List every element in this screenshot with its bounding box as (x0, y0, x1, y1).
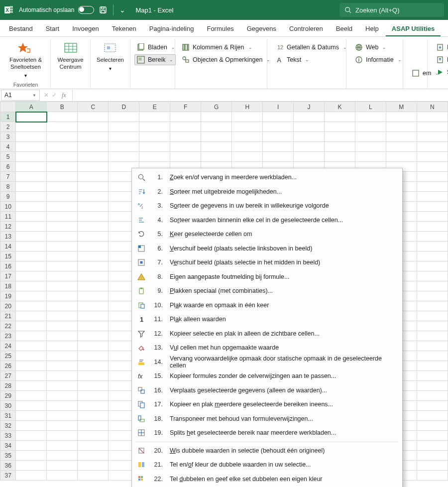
cell-C29[interactable] (78, 391, 109, 401)
fx-icon[interactable]: fx (60, 92, 68, 99)
cell-B33[interactable] (47, 431, 78, 441)
quick-access-dropdown[interactable]: ⌄ (119, 6, 125, 14)
cell-C9[interactable] (78, 192, 109, 202)
row-header-3[interactable]: 3 (0, 132, 16, 142)
cell-A29[interactable] (16, 391, 47, 401)
row-header-32[interactable]: 32 (0, 421, 16, 431)
accept-formula-icon[interactable]: ✓ (52, 92, 57, 99)
ribbon-item-st[interactable]: St (434, 67, 448, 78)
cell-C27[interactable] (78, 371, 109, 381)
col-header-L[interactable]: L (355, 102, 386, 112)
cell-A6[interactable] (16, 162, 47, 172)
cell-D5[interactable] (109, 152, 139, 162)
row-header-33[interactable]: 33 (0, 431, 16, 441)
cell-A10[interactable] (16, 202, 47, 212)
cell-B11[interactable] (47, 212, 78, 222)
cell-N28[interactable] (417, 381, 448, 391)
row-header-13[interactable]: 13 (0, 232, 16, 242)
cell-N9[interactable] (417, 192, 448, 202)
cell-N1[interactable] (417, 112, 448, 122)
cell-A8[interactable] (16, 182, 47, 192)
tab-start[interactable]: Start (40, 22, 65, 36)
cell-N37[interactable] (417, 471, 448, 481)
cell-C13[interactable] (78, 232, 109, 242)
cell-B4[interactable] (47, 142, 78, 152)
cell-A11[interactable] (16, 212, 47, 222)
menu-item-22[interactable]: 22.Tel dubbelen en geef elke set dubbele… (132, 472, 402, 487)
cell-A1[interactable] (16, 112, 47, 122)
cell-C8[interactable] (78, 182, 109, 192)
menu-item-17[interactable]: 17.Kopieer en plak meerdere geselecteerd… (132, 397, 402, 412)
row-header-12[interactable]: 12 (0, 222, 16, 232)
cell-C23[interactable] (78, 331, 109, 341)
col-header-G[interactable]: G (201, 102, 232, 112)
cell-C31[interactable] (78, 411, 109, 421)
cell-F2[interactable] (170, 122, 201, 132)
row-header-4[interactable]: 4 (0, 142, 16, 152)
cell-C33[interactable] (78, 431, 109, 441)
cell-B29[interactable] (47, 391, 78, 401)
cell-C25[interactable] (78, 351, 109, 361)
cell-B20[interactable] (47, 301, 78, 311)
menu-item-5[interactable]: 5.Keer geselecteerde cellen om (132, 227, 402, 242)
cell-N21[interactable] (417, 311, 448, 321)
cell-B9[interactable] (47, 192, 78, 202)
cell-C22[interactable] (78, 321, 109, 331)
cell-A22[interactable] (16, 321, 47, 331)
menu-item-8[interactable]: !8.Eigen aangepaste foutmelding bij form… (132, 270, 402, 284)
cell-K2[interactable] (324, 122, 355, 132)
cell-C16[interactable] (78, 261, 109, 271)
cell-B6[interactable] (47, 162, 78, 172)
tab-asap-utilities[interactable]: ASAP Utilities (386, 22, 441, 36)
cell-N6[interactable] (417, 162, 448, 172)
cell-C2[interactable] (78, 122, 109, 132)
cell-A33[interactable] (16, 431, 47, 441)
cell-M4[interactable] (386, 142, 417, 152)
cell-N2[interactable] (417, 122, 448, 132)
cell-N30[interactable] (417, 401, 448, 411)
cell-H5[interactable] (232, 152, 263, 162)
cancel-formula-icon[interactable]: ✕ (44, 92, 49, 99)
cell-A19[interactable] (16, 291, 47, 301)
cell-A35[interactable] (16, 451, 47, 461)
cell-G2[interactable] (201, 122, 232, 132)
select-all-corner[interactable] (0, 102, 16, 112)
cell-N18[interactable] (417, 281, 448, 291)
cell-G3[interactable] (201, 132, 232, 142)
cell-C7[interactable] (78, 172, 109, 182)
menu-item-16[interactable]: 16.Verplaats geselecteerde gegevens (all… (132, 383, 402, 398)
cell-A20[interactable] (16, 301, 47, 311)
menu-item-15[interactable]: fx15.Kopieer formules zonder de celverwi… (132, 369, 402, 383)
cell-N36[interactable] (417, 461, 448, 471)
tab-gegevens[interactable]: Gegevens (241, 22, 282, 36)
cell-A12[interactable] (16, 222, 47, 232)
menu-item-13[interactable]: 13.Vul cellen met hun opgemaakte waarde (132, 341, 402, 355)
cell-N33[interactable] (417, 431, 448, 441)
cell-N29[interactable] (417, 391, 448, 401)
row-header-17[interactable]: 17 (0, 271, 16, 281)
ribbon-item-web[interactable]: Web⌄ (352, 42, 389, 53)
cell-A16[interactable] (16, 261, 47, 271)
cell-C12[interactable] (78, 222, 109, 232)
cell-A32[interactable] (16, 421, 47, 431)
cell-B10[interactable] (47, 202, 78, 212)
cell-N23[interactable] (417, 331, 448, 341)
cell-B15[interactable] (47, 251, 78, 261)
search-input[interactable]: Zoeken (Alt+Q) (339, 3, 444, 17)
cell-B27[interactable] (47, 371, 78, 381)
cell-C32[interactable] (78, 421, 109, 431)
cell-G1[interactable] (201, 112, 232, 122)
menu-item-9[interactable]: 9.Plakken speciaal (met combinaties)... (132, 284, 402, 298)
cell-B35[interactable] (47, 451, 78, 461)
cell-B13[interactable] (47, 232, 78, 242)
cell-J1[interactable] (294, 112, 325, 122)
cell-N14[interactable] (417, 242, 448, 251)
cell-L4[interactable] (355, 142, 386, 152)
cell-E3[interactable] (139, 132, 170, 142)
ribbon-item-tekst[interactable]: ATekst⌄ (273, 54, 312, 65)
cell-A37[interactable] (16, 471, 47, 481)
autosave-toggle[interactable]: Automatisch opslaan (19, 6, 94, 14)
cell-N11[interactable] (417, 212, 448, 222)
tab-bestand[interactable]: Bestand (3, 22, 39, 36)
cell-N25[interactable] (417, 351, 448, 361)
